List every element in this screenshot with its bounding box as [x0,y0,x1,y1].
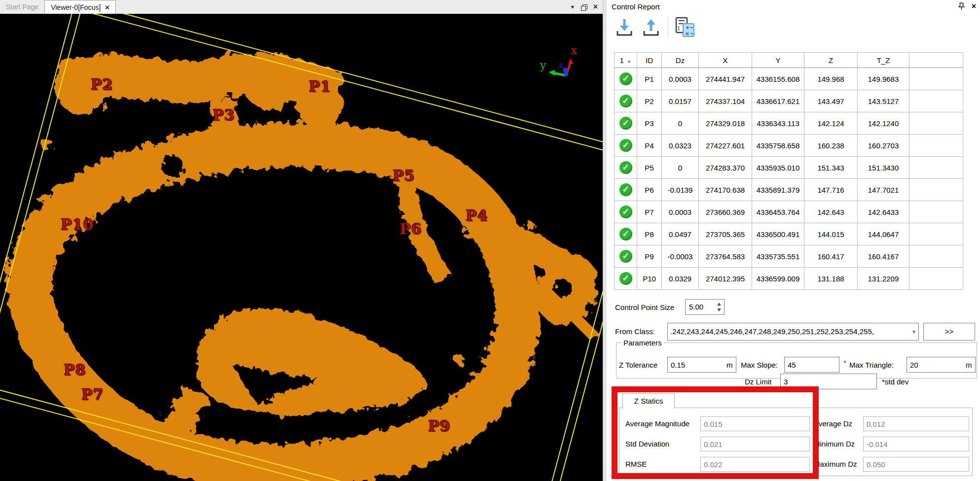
point-cloud-viewport[interactable]: P1P2P3P4P5P6P7P8P9P10 x y z [0,14,603,481]
tab-close-icon[interactable]: × [105,3,109,11]
status-ok-icon: ✓ [619,183,632,196]
table-cell: 160.2703 [858,135,909,157]
table-row[interactable]: ✓P100.0329274012.3954336599.009131.18813… [615,268,963,290]
average-magnitude-label: Average Magnitude [625,419,690,428]
table-cell-empty [909,90,963,112]
control-point-label-p7: P7 [81,386,104,403]
col-header-x[interactable]: X [699,53,752,68]
tab-start-page-label: Start Page [6,3,38,11]
max-slope-input[interactable] [784,357,839,373]
control-point-label-p9: P9 [428,417,450,435]
table-cell: P6 [637,179,662,201]
status-ok-icon: ✓ [619,272,632,285]
table-cell: 0.0003 [662,201,699,223]
tab-start-page[interactable]: Start Page [0,0,44,14]
sort-ascending-icon: ▲ [627,58,632,64]
status-ok-icon: ✓ [619,95,632,107]
combobox-caret-icon: ▾ [912,328,915,335]
table-cell: 149.9683 [858,68,909,90]
max-slope-label: Max Slope: [741,361,778,369]
z-tolerance-label: Z Tolerance [619,361,657,369]
table-row[interactable]: ✓P80.0497273705.3654336500.491144.015144… [615,223,963,245]
export-button[interactable] [639,16,663,38]
maximum-dz-label: Maximum Dz [814,460,857,468]
table-cell: 0.0497 [662,223,699,245]
status-ok-icon: ✓ [619,117,632,130]
table-cell: 0.0329 [662,268,699,290]
std-deviation-field[interactable] [700,437,810,451]
table-cell: 4335758.658 [752,135,804,157]
spinner-up-icon[interactable] [717,303,721,306]
tab-viewer-0[interactable]: Viewer-0[Focus] × [44,0,116,14]
from-class-combobox[interactable]: .242,243,244,245,246,247,248,249,250,251… [667,323,919,341]
tab-menu-caret-icon[interactable]: ▾ [571,3,574,10]
table-cell: 4336500.491 [752,223,804,245]
viewer-tabbar: Start Page Viewer-0[Focus] × ▾ × [0,0,603,14]
panel-toolbar [613,16,697,38]
dz-limit-input[interactable] [780,374,877,389]
status-ok-icon: ✓ [619,228,632,240]
table-row[interactable]: ✓P9-0.0003273764.5834335735.551160.41716… [615,245,963,268]
col-header-z[interactable]: Z [804,53,858,68]
minimum-dz-field[interactable] [863,437,969,451]
table-cell-empty [909,157,963,179]
col-header-dz[interactable]: Dz [662,53,699,68]
table-row[interactable]: ✓P6-0.0139274170.6384335891.379147.71614… [615,179,963,201]
table-cell: 4335891.379 [752,179,804,201]
table-cell: 4336155.608 [752,68,804,90]
spinner-down-icon[interactable] [717,309,721,311]
table-cell: 142.124 [804,112,858,135]
col-header-y[interactable]: Y [752,53,804,68]
table-cell: 4335735.551 [752,245,804,268]
table-cell: 273660.369 [699,201,752,223]
axis-gizmo: x y z [535,43,594,85]
average-magnitude-field[interactable] [700,416,810,431]
table-cell: P2 [637,90,662,112]
control-point-size-spinner[interactable]: 5.00 [685,299,725,315]
class-expand-button[interactable]: >> [923,323,975,341]
compute-report-button[interactable] [673,16,697,38]
table-cell: 142.1240 [858,112,909,135]
tab-viewer-0-label: Viewer-0[Focus] [51,3,101,11]
tab-z-statics[interactable]: Z Statics [622,393,675,409]
table-cell: 131.2209 [858,268,909,290]
table-cell-empty [909,112,963,135]
col-header-tz[interactable]: T_Z [858,53,909,68]
table-cell: 0.0323 [662,135,699,157]
z-tolerance-input[interactable] [667,357,736,373]
table-row[interactable]: ✓P40.0323274227.6014335758.658160.238160… [615,135,963,157]
table-cell: -0.0003 [662,245,699,268]
float-window-icon[interactable] [581,4,586,10]
panel-close-icon[interactable]: × [972,2,976,10]
status-ok-icon: ✓ [619,139,632,152]
table-row[interactable]: ✓P10.0003274441.9474336155.608149.968149… [615,68,963,90]
max-triangle-input[interactable] [907,357,976,373]
minimum-dz-label: Minimum Dz [814,440,855,448]
download-icon [615,17,634,37]
table-cell: 274227.601 [699,135,752,157]
table-cell: 143.497 [804,90,858,112]
table-cell: P7 [637,201,662,223]
col-header-status[interactable]: 1▲ [615,53,637,68]
table-cell: 143.5127 [858,90,909,112]
table-row[interactable]: ✓P20.0157274337.1044336617.621143.497143… [615,90,963,112]
panel-title: Control Report [612,2,660,11]
maximum-dz-field[interactable] [863,457,969,472]
import-button[interactable] [613,16,636,38]
average-dz-field[interactable] [863,416,969,431]
pin-icon[interactable] [958,2,965,10]
table-row[interactable]: ✓P30274329.0184336343.113142.124142.1240 [615,112,963,135]
control-point-label-p10: P10 [61,216,94,233]
std-dev-note: *std dev [882,378,908,386]
table-row[interactable]: ✓P50274283.3704335935.010151.343151.3430 [615,157,963,179]
rmse-label: RMSE [625,460,647,468]
table-cell: 273764.583 [699,245,752,268]
col-header-id[interactable]: ID [637,53,662,68]
status-ok-icon: ✓ [619,250,632,263]
average-dz-label: Average Dz [814,419,852,428]
status-ok-icon: ✓ [619,72,632,85]
table-row[interactable]: ✓P70.0003273660.3694336453.764142.643142… [615,201,963,223]
report-calc-icon [674,17,696,37]
rmse-field[interactable] [700,457,810,472]
viewer-close-icon[interactable]: × [593,3,598,11]
